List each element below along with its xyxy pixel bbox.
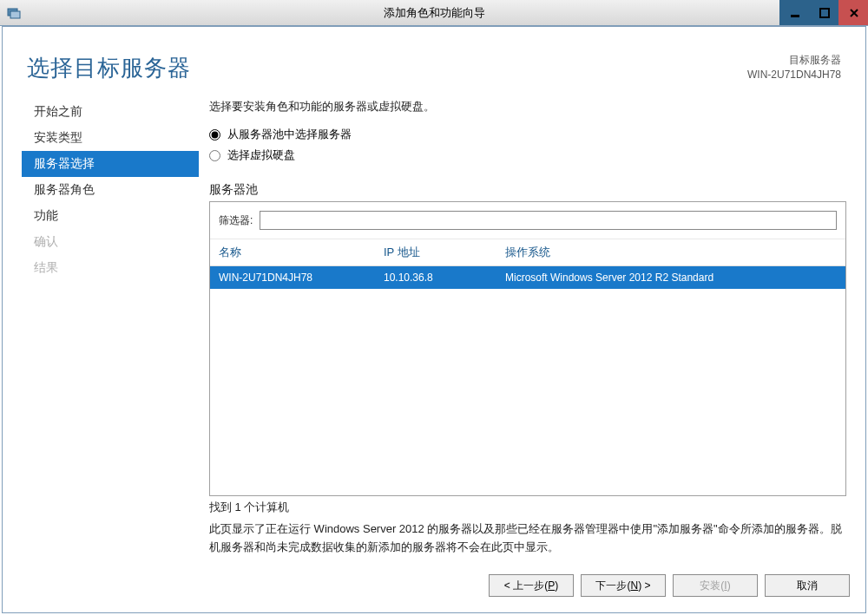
titlebar: 添加角色和功能向导 [0,0,868,26]
col-header-os[interactable]: 操作系统 [505,245,837,260]
col-header-name[interactable]: 名称 [219,245,384,260]
install-button: 安装(I) [673,574,758,597]
radio-vhd-label: 选择虚拟硬盘 [227,147,295,163]
svg-rect-2 [791,15,799,17]
sidebar-item-server-roles[interactable]: 服务器角色 [18,177,209,203]
previous-button[interactable]: < 上一步(P) [489,574,574,597]
cancel-button[interactable]: 取消 [765,574,850,597]
maximize-button[interactable] [809,0,838,25]
radio-vhd-input[interactable] [209,150,220,161]
footer-buttons: < 上一步(P) 下一步(N) > 安装(I) 取消 [18,557,850,597]
cell-ip: 10.10.36.8 [384,272,505,284]
radio-server-pool[interactable]: 从服务器池中选择服务器 [209,127,846,142]
close-button[interactable] [838,0,868,25]
destination-info: 目标服务器 WIN-2U71DN4JH78 [747,53,841,82]
description-text: 选择要安装角色和功能的服务器或虚拟硬盘。 [209,99,846,114]
filter-row: 筛选器: [210,202,845,239]
help-text: 此页显示了正在运行 Windows Server 2012 的服务器以及那些已经… [209,520,846,557]
sidebar: 开始之前 安装类型 服务器选择 服务器角色 功能 确认 结果 [18,99,209,557]
next-button[interactable]: 下一步(N) > [581,574,666,597]
sidebar-item-results: 结果 [18,255,209,281]
window-controls [779,0,868,25]
sidebar-item-before-you-begin[interactable]: 开始之前 [18,99,209,125]
destination-server: WIN-2U71DN4JH78 [747,68,841,82]
col-header-ip[interactable]: IP 地址 [384,245,505,260]
svg-rect-1 [10,11,20,18]
radio-vhd[interactable]: 选择虚拟硬盘 [209,147,846,163]
cell-os: Microsoft Windows Server 2012 R2 Standar… [505,272,837,284]
sidebar-item-server-selection[interactable]: 服务器选择 [22,151,199,177]
window-title: 添加角色和功能向导 [0,5,868,21]
wizard-frame: 选择目标服务器 目标服务器 WIN-2U71DN4JH78 开始之前 安装类型 … [2,26,866,613]
server-pool-label: 服务器池 [209,182,846,198]
destination-label: 目标服务器 [747,53,841,68]
server-pool-box: 筛选器: 名称 IP 地址 操作系统 WIN-2U71DN4JH78 10.10… [209,201,846,496]
main-panel: 选择要安装角色和功能的服务器或虚拟硬盘。 从服务器池中选择服务器 选择虚拟硬盘 … [209,99,850,557]
sidebar-item-features[interactable]: 功能 [18,203,209,229]
radio-server-pool-input[interactable] [209,129,220,141]
minimize-button[interactable] [779,0,809,25]
header-row: 选择目标服务器 目标服务器 WIN-2U71DN4JH78 [18,43,850,99]
server-table: 名称 IP 地址 操作系统 WIN-2U71DN4JH78 10.10.36.8… [210,239,845,495]
cell-name: WIN-2U71DN4JH78 [219,272,384,284]
app-icon [7,6,21,20]
svg-rect-3 [820,9,829,17]
page-title: 选择目标服务器 [27,53,191,83]
table-row[interactable]: WIN-2U71DN4JH78 10.10.36.8 Microsoft Win… [210,266,845,289]
sidebar-item-install-type[interactable]: 安装类型 [18,125,209,151]
found-count-text: 找到 1 个计算机 [209,500,846,515]
radio-server-pool-label: 从服务器池中选择服务器 [227,127,352,142]
table-header: 名称 IP 地址 操作系统 [210,239,845,266]
sidebar-item-confirm: 确认 [18,229,209,255]
filter-label: 筛选器: [219,213,253,228]
filter-input[interactable] [260,211,837,230]
body-row: 开始之前 安装类型 服务器选择 服务器角色 功能 确认 结果 选择要安装角色和功… [18,99,850,557]
